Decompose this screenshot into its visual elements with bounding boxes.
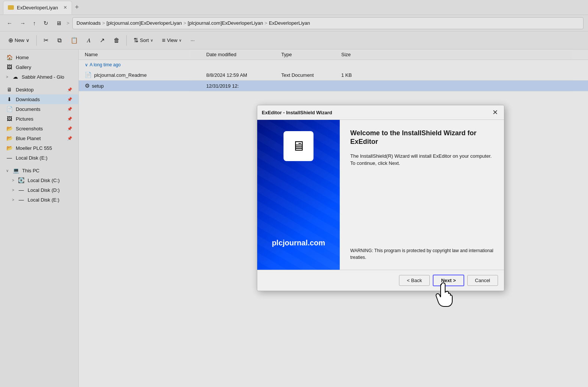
next-button[interactable]: Next > <box>433 275 464 286</box>
refresh-button[interactable]: ↻ <box>41 18 51 28</box>
browser-tab[interactable]: ExDeverloperLiyan ✕ <box>3 1 72 14</box>
up-button[interactable]: ↑ <box>31 18 38 28</box>
file-row-setup[interactable]: ⚙ setup 12/31/2019 12: <box>79 81 588 91</box>
sidebar-item-pictures[interactable]: 🖼 Pictures 📌 <box>0 114 78 124</box>
sidebar-label-thispc: This PC <box>22 168 39 173</box>
sidebar-item-downloads[interactable]: ⬇ Downloads 📌 <box>0 94 78 104</box>
file-type-readme: Text Document <box>281 72 341 78</box>
localc-expand: > <box>12 178 14 182</box>
documents-icon: 📄 <box>6 106 13 112</box>
dialog-content: Welcome to the InstallShield Wizard for … <box>340 120 504 270</box>
dialog-title: ExEditor - InstallShield Wizard <box>262 110 332 115</box>
sidebar: 🏠 Home 🖼 Gallery > ☁ Sabbir Ahmed - Glo … <box>0 49 79 387</box>
forward-button[interactable]: → <box>18 18 28 28</box>
thispc-icon: 💻 <box>12 167 19 173</box>
new-button[interactable]: ⊕ New ∨ <box>4 34 33 46</box>
sidebar-item-locald[interactable]: > — Local Disk (D:) <box>0 185 78 195</box>
sidebar-label-moellerplc: Moeller PLC 555 <box>16 145 52 151</box>
cancel-button[interactable]: Cancel <box>467 275 498 286</box>
sidebar-item-locale2[interactable]: > — Local Disk (E:) <box>0 195 78 205</box>
locale2-icon: — <box>18 197 25 203</box>
breadcrumb-level3[interactable]: ExDeverloperLiyan <box>269 20 310 26</box>
file-row-readme[interactable]: 📄 plcjournal.com_Readme 8/8/2024 12:59 A… <box>79 70 588 81</box>
col-header-name[interactable]: Name <box>79 52 206 57</box>
share-icon: ↗ <box>100 37 105 44</box>
pictures-icon: 🖼 <box>6 116 13 122</box>
tab-folder-icon <box>8 5 14 10</box>
toolbar-sep1 <box>36 35 37 46</box>
sidebar-item-localdiske[interactable]: — Local Disk (E:) <box>0 153 78 163</box>
tab-close-button[interactable]: ✕ <box>63 5 67 10</box>
gallery-icon: 🖼 <box>6 64 13 70</box>
back-button[interactable]: ← <box>4 18 15 28</box>
col-header-type[interactable]: Type <box>281 52 341 57</box>
view-icon: ≡ <box>162 37 165 44</box>
locald-expand: > <box>12 188 14 192</box>
file-size-readme: 1 KB <box>341 72 379 78</box>
sidebar-item-desktop[interactable]: 🖥 Desktop 📌 <box>0 85 78 94</box>
documents-pin: 📌 <box>67 107 72 112</box>
blueplanet-pin: 📌 <box>67 136 72 141</box>
view-button[interactable]: ≡ View ∨ <box>158 35 185 46</box>
back-button[interactable]: < Back <box>399 275 430 286</box>
col-header-date[interactable]: Date modified <box>206 52 281 57</box>
sidebar-label-downloads: Downloads <box>16 97 40 102</box>
sabbir-expand: > <box>6 75 8 79</box>
toolbar: ⊕ New ∨ ✂ ⧉ 📋 𝐴 ↗ 🗑 ⇅ Sort ∨ ≡ View ∨ ··… <box>0 31 588 49</box>
view-chevron: ∨ <box>179 38 182 42</box>
delete-button[interactable]: 🗑 <box>110 35 123 46</box>
pc-icon-button[interactable]: 🖥 <box>54 18 64 28</box>
sidebar-item-sabbir[interactable]: > ☁ Sabbir Ahmed - Glo <box>0 72 78 82</box>
dialog-body: 🖥 plcjournal.com Welcome to the InstallS… <box>257 120 504 270</box>
copy-button[interactable]: ⧉ <box>54 35 65 46</box>
navigation-bar: ← → ↑ ↻ 🖥 > Downloads > [plcjournal.com]… <box>0 15 588 31</box>
home-icon: 🏠 <box>6 54 13 60</box>
file-name-setup: ⚙ setup <box>79 82 206 89</box>
rename-icon: 𝐴 <box>87 37 91 44</box>
sidebar-item-blueplanet[interactable]: 📂 Blue Planet 📌 <box>0 133 78 143</box>
moellerplc-icon: 📂 <box>6 145 13 151</box>
new-label: New <box>15 37 24 43</box>
share-button[interactable]: ↗ <box>96 34 108 46</box>
paste-button[interactable]: 📋 <box>67 34 82 46</box>
cloud-icon: ☁ <box>12 74 19 80</box>
sidebar-item-gallery[interactable]: 🖼 Gallery <box>0 62 78 72</box>
blueplanet-icon: 📂 <box>6 135 13 141</box>
rename-button[interactable]: 𝐴 <box>83 35 94 46</box>
new-tab-button[interactable]: + <box>75 3 79 11</box>
sidebar-item-moellerplc[interactable]: 📂 Moeller PLC 555 <box>0 143 78 153</box>
file-name-readme: 📄 plcjournal.com_Readme <box>79 72 206 78</box>
sidebar-item-screenshots[interactable]: 📂 Screenshots 📌 <box>0 124 78 133</box>
sidebar-item-home[interactable]: 🏠 Home <box>0 52 78 62</box>
dialog-description: The InstallShield(R) Wizard will install… <box>350 152 494 167</box>
breadcrumb-level1[interactable]: [plcjournal.com]ExDeverloperLiyan <box>106 20 182 26</box>
sort-label: Sort <box>140 37 149 43</box>
breadcrumb[interactable]: Downloads > [plcjournal.com]ExDeverloper… <box>72 17 584 29</box>
more-button[interactable]: ··· <box>187 35 198 45</box>
breadcrumb-downloads[interactable]: Downloads <box>76 20 100 26</box>
bc-sep3: > <box>264 20 267 26</box>
desktop-icon: 🖥 <box>6 87 13 93</box>
sidebar-label-desktop: Desktop <box>16 87 34 93</box>
breadcrumb-level2[interactable]: [plcjournal.com]ExDeverloperLiyan <box>188 20 263 26</box>
sidebar-label-blueplanet: Blue Planet <box>16 136 41 141</box>
localc-icon: 💽 <box>18 177 25 183</box>
title-bar: ExDeverloperLiyan ✕ + <box>0 0 588 15</box>
sidebar-label-gallery: Gallery <box>16 64 31 70</box>
file-header: Name Date modified Type Size <box>79 49 588 60</box>
locald-icon: — <box>18 187 25 193</box>
sidebar-item-documents[interactable]: 📄 Documents 📌 <box>0 104 78 114</box>
cut-button[interactable]: ✂ <box>40 34 52 46</box>
sort-button[interactable]: ⇅ Sort ∨ <box>130 34 157 46</box>
installshield-dialog: ExEditor - InstallShield Wizard ✕ 🖥 plcj… <box>257 105 504 291</box>
setup-filename: setup <box>92 83 104 89</box>
desktop-pin: 📌 <box>67 87 72 92</box>
downloads-pin: 📌 <box>67 97 72 102</box>
sidebar-item-localc[interactable]: > 💽 Local Disk (C:) <box>0 175 78 185</box>
downloads-icon: ⬇ <box>6 96 13 102</box>
col-header-size[interactable]: Size <box>341 52 379 57</box>
sidebar-item-thispc[interactable]: ∨ 💻 This PC <box>0 166 78 175</box>
new-chevron: ∨ <box>26 37 30 43</box>
dialog-close-button[interactable]: ✕ <box>491 108 500 117</box>
sidebar-label-locale2: Local Disk (E:) <box>28 197 60 203</box>
